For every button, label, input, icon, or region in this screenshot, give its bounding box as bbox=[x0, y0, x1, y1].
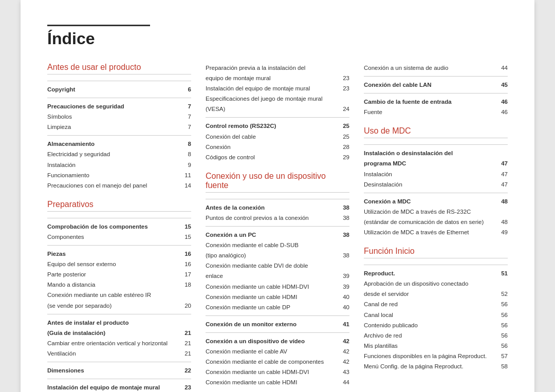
toc-page: 25 bbox=[337, 121, 349, 131]
toc-label: Preparación previa a la instalación del bbox=[206, 63, 337, 73]
toc-page: 44 bbox=[495, 63, 508, 73]
toc-row: Instalación del equipo de montaje mural2… bbox=[47, 382, 191, 392]
toc-page: 42 bbox=[337, 336, 349, 346]
toc-label: Parte posterior bbox=[47, 269, 179, 279]
toc-page bbox=[337, 260, 349, 271]
toc-page: 16 bbox=[179, 249, 191, 259]
toc-label: Conexión mediante un cable HDMI bbox=[206, 292, 337, 302]
toc-page: 38 bbox=[337, 213, 349, 223]
toc-page: 25 bbox=[337, 132, 349, 142]
toc-label: Códigos de control bbox=[206, 152, 337, 162]
toc-row: Precauciones con el manejo del panel14 bbox=[47, 180, 191, 191]
toc-row: Conexión a un sistema de audio44 bbox=[364, 63, 508, 73]
toc-row: Almacenamiento8 bbox=[47, 139, 191, 149]
toc-label: Comprobación de los componentes bbox=[47, 221, 179, 232]
toc-row: Conexión mediante un cable HDMI-DVI39 bbox=[206, 282, 349, 292]
toc-page: 21 bbox=[179, 328, 191, 338]
toc-row: Conexión a MDC48 bbox=[364, 196, 508, 207]
toc-table: Antes de la conexión38Puntos de control … bbox=[206, 196, 349, 388]
toc-label: Funciones disponibles en la página Repro… bbox=[364, 351, 495, 361]
toc-page: 7 bbox=[179, 101, 191, 111]
toc-row: desde el servidor52 bbox=[364, 289, 508, 299]
toc-label: Conexión mediante el cable de componente… bbox=[206, 357, 337, 367]
column-2: Preparación previa a la instalación dele… bbox=[206, 63, 364, 392]
toc-label: Piezas bbox=[47, 249, 179, 259]
toc-row: Conexión mediante un cable HDMI40 bbox=[206, 292, 349, 302]
toc-label: Copyright bbox=[47, 84, 179, 95]
toc-page: 52 bbox=[495, 289, 508, 299]
toc-row: Aprobación de un dispositivo conectado bbox=[364, 278, 508, 289]
toc-row: Dimensiones22 bbox=[47, 365, 191, 376]
toc-row: Mis plantillas56 bbox=[364, 341, 508, 351]
toc-page: 16 bbox=[179, 259, 191, 269]
toc-row: Equipo del sensor externo16 bbox=[47, 259, 191, 269]
toc-label: Menú Config. de la página Reproduct. bbox=[364, 361, 495, 371]
toc-page: 56 bbox=[495, 310, 508, 320]
toc-page bbox=[495, 148, 508, 158]
toc-page: 39 bbox=[337, 271, 349, 281]
toc-label: Instalación del equipo de montaje mural bbox=[47, 382, 179, 392]
toc-label: Conexión mediante un cable HDMI bbox=[206, 377, 337, 387]
toc-page: 14 bbox=[179, 180, 191, 191]
toc-row: Instalación9 bbox=[47, 160, 191, 170]
toc-page bbox=[337, 63, 349, 73]
toc-label: Conexión mediante un cable HDMI-DVI bbox=[206, 367, 337, 377]
toc-label: Mando a distancia bbox=[47, 279, 179, 290]
toc-row: (estándar de comunicación de datos en se… bbox=[364, 217, 508, 227]
toc-row: Cambiar entre orientación vertical y hor… bbox=[47, 338, 191, 348]
toc-row: Especificaciones del juego de montaje mu… bbox=[206, 94, 349, 104]
toc-table: Conexión a un sistema de audio44Conexión… bbox=[364, 63, 508, 117]
toc-row: Piezas16 bbox=[47, 249, 191, 259]
toc-row: Puntos de control previos a la conexión3… bbox=[206, 213, 349, 223]
toc-row: Parte posterior17 bbox=[47, 269, 191, 279]
toc-page: 42 bbox=[337, 346, 349, 357]
toc-label: Puntos de control previos a la conexión bbox=[206, 213, 337, 223]
toc-page: 22 bbox=[179, 365, 191, 376]
toc-row: Conexión a un dispositivo de vídeo42 bbox=[206, 336, 349, 346]
toc-label: Conexión mediante un cable estéreo IR bbox=[47, 290, 179, 300]
toc-label: Utilización de MDC a través de RS-232C bbox=[364, 207, 495, 217]
toc-page: 24 bbox=[337, 104, 349, 114]
toc-row: Conexión mediante un cable estéreo IR bbox=[47, 290, 191, 300]
toc-row: Canal de red56 bbox=[364, 299, 508, 309]
section-title: Conexión y uso de un dispositivo fuente bbox=[206, 172, 349, 193]
toc-page: 45 bbox=[495, 80, 508, 90]
toc-page: 51 bbox=[495, 268, 508, 278]
toc-label: Utilización de MDC a través de Ethernet bbox=[364, 227, 495, 237]
toc-label: Símbolos bbox=[47, 111, 179, 122]
toc-row: (VESA)24 bbox=[206, 104, 349, 114]
toc-page: 6 bbox=[179, 84, 191, 95]
toc-label: Conexión a un dispositivo de vídeo bbox=[206, 336, 337, 346]
toc-page: 23 bbox=[337, 73, 349, 83]
toc-page: 38 bbox=[337, 230, 349, 240]
toc-row: Comprobación de los componentes15 bbox=[47, 221, 191, 232]
toc-row: Preparación previa a la instalación del bbox=[206, 63, 349, 73]
page: Índice Antes de usar el productoCopyrigh… bbox=[21, 0, 534, 392]
toc-page: 48 bbox=[495, 217, 508, 227]
toc-label: enlace bbox=[206, 271, 337, 281]
toc-label: Contenido publicado bbox=[364, 320, 495, 330]
toc-row: enlace39 bbox=[206, 271, 349, 281]
toc-label: Precauciones con el manejo del panel bbox=[47, 180, 179, 191]
toc-page: 23 bbox=[179, 382, 191, 392]
toc-page: 46 bbox=[495, 107, 508, 117]
title-bar bbox=[47, 25, 150, 26]
toc-label: Conexión de un monitor externo bbox=[206, 319, 337, 329]
toc-row: Archivo de red56 bbox=[364, 330, 508, 341]
toc-label: Funcionamiento bbox=[47, 170, 179, 180]
section-title: Preparativos bbox=[47, 200, 191, 212]
toc-row: Utilización de MDC a través de RS-232C bbox=[364, 207, 508, 217]
toc-row: Conexión de un monitor externo41 bbox=[206, 319, 349, 329]
toc-page: 56 bbox=[495, 320, 508, 330]
toc-label: Cambio de la fuente de entrada bbox=[364, 97, 495, 107]
toc-label: Especificaciones del juego de montaje mu… bbox=[206, 94, 337, 104]
toc-row: Cambio de la fuente de entrada46 bbox=[364, 97, 508, 107]
toc-page: 48 bbox=[495, 196, 508, 207]
toc-page bbox=[179, 290, 191, 300]
toc-page: 15 bbox=[179, 232, 191, 242]
toc-row: Precauciones de seguridad7 bbox=[47, 101, 191, 111]
toc-label: Dimensiones bbox=[47, 365, 179, 376]
toc-row: Conexión mediante un cable HDMI44 bbox=[206, 377, 349, 387]
toc-row: Funcionamiento11 bbox=[47, 170, 191, 180]
toc-label: desde el servidor bbox=[364, 289, 495, 299]
